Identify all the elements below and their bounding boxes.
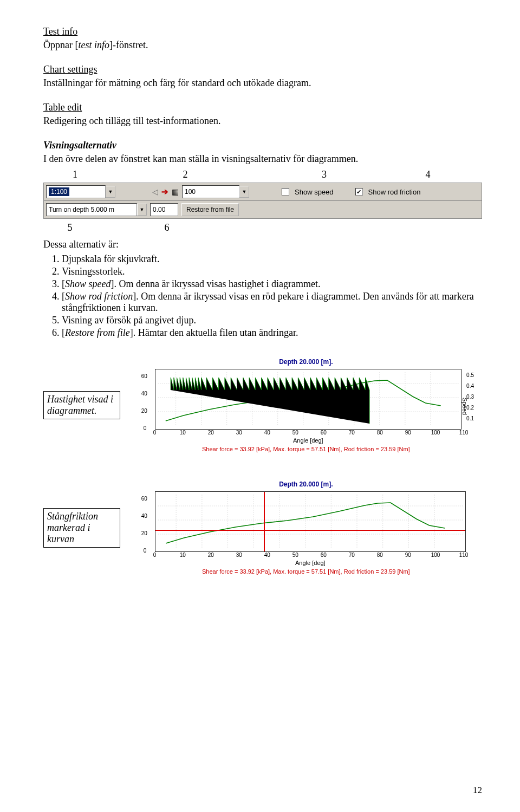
section-test-info: Test info Öppnar [test info]-fönstret. [43, 26, 482, 51]
grid-icon[interactable]: ▦ [172, 187, 179, 196]
show-speed-checkbox[interactable] [282, 188, 289, 196]
chart-caption: Shear force = 33.92 [kPa], Max. torque =… [133, 566, 479, 575]
rod-friction-line-horizontal [155, 530, 465, 531]
legend-row-1: 1 2 3 4 [43, 169, 482, 180]
rod-friction-line-vertical [264, 492, 265, 551]
chevron-down-icon[interactable]: ▼ [106, 186, 115, 198]
depth-value-input[interactable]: 0.00 [150, 203, 178, 216]
list-item: Visning av försök på angivet djup. [62, 315, 482, 326]
figure-2-row: Stångfriktion markerad i kurvan Depth 20… [43, 477, 482, 578]
heading-visningsalternativ: Visningsalternativ [43, 140, 482, 151]
list-item: Djupskala för skjuvkraft. [62, 254, 482, 265]
size-combo[interactable]: 100 [182, 185, 239, 198]
chevron-down-icon[interactable]: ▼ [239, 186, 249, 198]
text-chart-settings: Inställningar för mätning och färg för s… [43, 77, 482, 89]
list-item: [Show speed]. Om denna är ikryssad visas… [62, 278, 482, 290]
section-visningsalternativ: Visningsalternativ I den övre delen av f… [43, 140, 482, 165]
chevron-down-icon[interactable]: ▼ [137, 204, 147, 216]
chart-rod-friction: Depth 20.000 [m]. Torque [Nm] 0 20 40 60 [130, 477, 482, 578]
section-table-edit: Table edit Redigering och tillägg till t… [43, 102, 482, 127]
figure-1-row: Hastighet visad i diagrammet. Depth 20.0… [43, 355, 482, 456]
scale-combo[interactable]: 1:100 [46, 185, 106, 198]
list-item: [Restore from file]. Hämtar den aktuella… [62, 327, 482, 339]
legend-row-2: 5 6 [43, 222, 482, 233]
alternatives-list: Djupskala för skjuvkraft. Visningsstorle… [49, 254, 482, 339]
chart-speed: Depth 20.000 [m]. Torque [Nm] Speed [130, 355, 482, 456]
show-rod-friction-label: Show rod friction [368, 188, 421, 196]
list-item: Visningsstorlek. [62, 266, 482, 277]
alts-intro: Dessa alternativ är: [43, 239, 482, 250]
text-table-edit: Redigering och tillägg till test-informa… [43, 115, 482, 127]
show-rod-friction-checkbox[interactable]: ✔ [355, 188, 363, 196]
text-visningsalternativ: I den övre delen av fönstret kan man stä… [43, 153, 482, 165]
turn-depth-combo[interactable]: Turn on depth 5.000 m [46, 203, 137, 216]
list-item: [Show rod friction]. Om denna är ikryssa… [62, 291, 482, 314]
toolbar-row-2: Turn on depth 5.000 m ▼ 0.00 Restore fro… [43, 201, 482, 219]
link-test-info[interactable]: Test info [43, 26, 77, 37]
figure-2-label: Stångfriktion markerad i kurvan [43, 508, 120, 548]
toolbar-row-1: 1:100 ▼ ◁ ➔ ▦ 100 ▼ Show speed ✔ Show ro… [43, 183, 482, 201]
chart-caption: Shear force = 33.92 [kPa], Max. torque =… [133, 444, 479, 452]
arrow-right-icon[interactable]: ➔ [161, 187, 168, 197]
restore-from-file-button[interactable]: Restore from file [181, 203, 239, 216]
triangle-left-icon[interactable]: ◁ [152, 187, 158, 196]
link-table-edit[interactable]: Table edit [43, 102, 82, 113]
text-test-info: Öppnar [test info]-fönstret. [43, 40, 482, 51]
section-chart-settings: Chart settings Inställningar för mätning… [43, 64, 482, 89]
link-chart-settings[interactable]: Chart settings [43, 64, 98, 75]
figure-1-label: Hastighet visad i diagrammet. [43, 391, 120, 419]
show-speed-label: Show speed [295, 188, 334, 196]
